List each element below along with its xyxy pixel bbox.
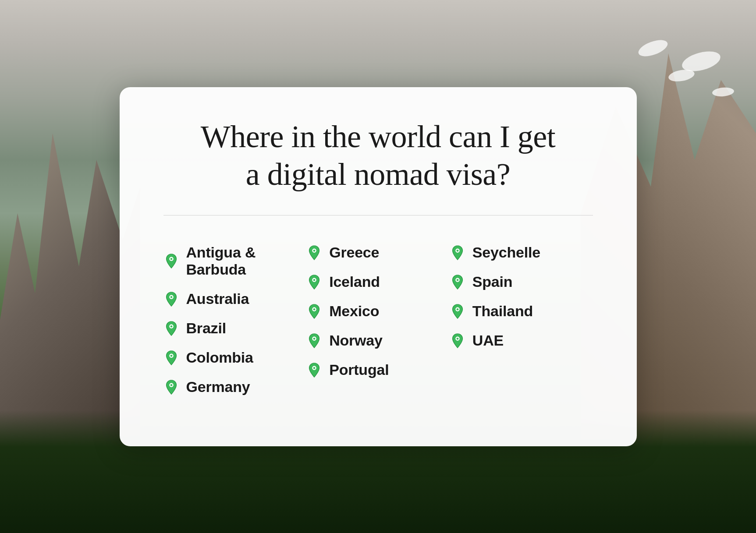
location-pin-icon (163, 253, 179, 269)
svg-point-27 (456, 338, 458, 340)
country-column-2: Greece Iceland (306, 240, 450, 400)
list-item: Norway (306, 328, 450, 353)
country-name: Australia (186, 290, 249, 307)
location-pin-icon (306, 304, 322, 319)
country-name: Seychelle (472, 244, 540, 261)
svg-point-25 (456, 308, 458, 311)
svg-point-19 (313, 367, 316, 369)
country-name: Colombia (186, 349, 253, 366)
location-pin-icon (306, 362, 322, 378)
list-item: Iceland (306, 269, 450, 295)
list-item: UAE (450, 328, 593, 353)
list-item: Mexico (306, 298, 450, 324)
svg-point-21 (456, 250, 458, 252)
list-item: Thailand (450, 298, 593, 324)
country-name: Brazil (186, 320, 226, 337)
location-pin-icon (450, 333, 465, 349)
list-item: Germany (163, 374, 307, 400)
svg-point-13 (313, 279, 316, 281)
country-name: Spain (472, 273, 513, 290)
list-item: Antigua & Barbuda (163, 240, 307, 282)
list-item: Brazil (163, 315, 307, 341)
svg-point-5 (170, 325, 172, 328)
countries-grid: Antigua & Barbuda Australia (163, 240, 593, 400)
list-item: Greece (306, 240, 450, 265)
location-pin-icon (163, 321, 179, 336)
location-pin-icon (450, 304, 465, 319)
svg-point-17 (313, 338, 316, 340)
svg-point-1 (170, 258, 172, 260)
country-name: Germany (186, 378, 250, 395)
main-card: Where in the world can I get a digital n… (120, 87, 637, 446)
location-pin-icon (163, 291, 179, 307)
country-name: Portugal (329, 361, 389, 378)
country-name: Mexico (329, 303, 379, 320)
location-pin-icon (163, 350, 179, 366)
country-column-1: Antigua & Barbuda Australia (163, 240, 307, 400)
svg-point-11 (313, 250, 316, 252)
list-item: Colombia (163, 345, 307, 371)
list-item: Spain (450, 269, 593, 295)
location-pin-icon (306, 333, 322, 349)
country-name: Thailand (472, 303, 533, 320)
location-pin-icon (306, 245, 322, 261)
list-item: Portugal (306, 357, 450, 383)
list-item: Seychelle (450, 240, 593, 265)
svg-point-15 (313, 308, 316, 311)
location-pin-icon (450, 245, 465, 261)
list-item: Australia (163, 286, 307, 312)
country-column-3: Seychelle Spain (450, 240, 593, 400)
country-name: UAE (472, 332, 504, 349)
location-pin-icon (306, 274, 322, 290)
svg-point-23 (456, 279, 458, 281)
country-name: Norway (329, 332, 383, 349)
divider (163, 215, 593, 215)
card-title: Where in the world can I get a digital n… (163, 118, 593, 194)
location-pin-icon (163, 379, 179, 395)
svg-point-7 (170, 355, 172, 357)
country-name: Iceland (329, 273, 380, 290)
location-pin-icon (450, 274, 465, 290)
svg-point-9 (170, 384, 172, 386)
country-name: Antigua & Barbuda (186, 244, 307, 278)
svg-point-3 (170, 296, 172, 298)
country-name: Greece (329, 244, 379, 261)
